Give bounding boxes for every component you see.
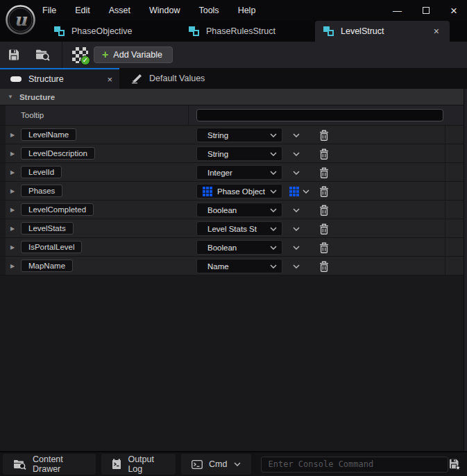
menu-file[interactable]: File <box>40 4 58 17</box>
delete-variable-button[interactable] <box>319 257 329 275</box>
trash-icon <box>319 242 329 253</box>
variable-type-dropdown[interactable]: Integer <box>196 165 282 180</box>
chevron-down-icon <box>293 246 300 250</box>
expander-arrow-icon[interactable]: ▶ <box>10 151 17 157</box>
content-drawer-button[interactable]: Content Drawer <box>3 454 96 475</box>
variable-name-field[interactable]: LevelStats <box>21 222 74 235</box>
delete-variable-button[interactable] <box>319 144 329 163</box>
menu-edit[interactable]: Edit <box>73 4 92 17</box>
chevron-down-icon <box>270 152 277 156</box>
add-variable-button[interactable]: + Add Variable <box>94 46 173 63</box>
container-type-dropdown[interactable] <box>289 144 300 163</box>
tab-phaserulesstruct[interactable]: PhaseRulesStruct <box>180 21 315 42</box>
menu-bar: FileEditAssetWindowToolsHelp <box>40 4 257 17</box>
variable-row-levelid: ▶ LevelId Integer <box>0 163 467 182</box>
variable-name-field[interactable]: Phases <box>21 185 62 197</box>
variable-type-dropdown[interactable]: String <box>196 146 282 161</box>
delete-variable-button[interactable] <box>319 238 329 257</box>
chevron-down-icon <box>270 189 277 194</box>
maximize-button[interactable] <box>423 7 430 14</box>
container-type-dropdown[interactable] <box>289 257 300 275</box>
expander-arrow-icon[interactable]: ▶ <box>10 132 17 138</box>
expander-arrow-icon[interactable]: ▶ <box>10 188 17 194</box>
empty-area <box>0 275 467 451</box>
variable-type-dropdown[interactable]: String <box>196 128 282 142</box>
svg-text:u: u <box>14 10 27 30</box>
chevron-down-icon <box>293 227 300 231</box>
tooltip-row: Tooltip <box>0 105 467 126</box>
tab-phaseobjective[interactable]: PhaseObjective <box>46 21 180 42</box>
tab-default-values[interactable]: Default Values <box>119 68 216 89</box>
variable-name-field[interactable]: LevelId <box>21 166 62 178</box>
asset-tab-bar: PhaseObjective PhaseRulesStruct LevelStr… <box>0 21 467 42</box>
chevron-down-icon <box>293 208 300 212</box>
delete-variable-button[interactable] <box>319 219 329 238</box>
variable-type-dropdown[interactable]: Level Stats St <box>196 221 282 236</box>
struct-asset-icon <box>323 26 334 37</box>
variable-name-field[interactable]: LevelDescription <box>21 147 95 160</box>
tooltip-input[interactable] <box>196 109 443 121</box>
variable-type-dropdown[interactable]: Boolean <box>196 240 282 255</box>
delete-variable-button[interactable] <box>319 126 329 144</box>
container-type-dropdown[interactable] <box>289 126 300 144</box>
menu-tools[interactable]: Tools <box>196 4 221 17</box>
chevron-down-icon <box>270 264 277 269</box>
trash-icon <box>319 148 329 160</box>
toolbar: ✓ + Add Variable <box>0 42 467 68</box>
delete-variable-button[interactable] <box>319 182 329 201</box>
delete-variable-button[interactable] <box>319 163 329 182</box>
title-bar: u FileEditAssetWindowToolsHelp — × <box>0 0 467 21</box>
close-tab-button[interactable]: × <box>432 26 441 37</box>
plus-icon: + <box>102 49 108 60</box>
unreal-engine-logo-icon[interactable]: u <box>5 4 36 35</box>
minimize-button[interactable]: — <box>393 6 402 16</box>
expander-arrow-icon[interactable]: ▶ <box>10 263 17 269</box>
variable-name-field[interactable]: MapName <box>21 260 73 272</box>
chevron-down-icon <box>270 227 277 231</box>
chevron-down-icon <box>293 152 300 156</box>
menu-window[interactable]: Window <box>147 4 182 17</box>
pin-type-icon <box>203 187 212 196</box>
tab-structure[interactable]: Structure × <box>0 68 119 89</box>
expander-arrow-icon[interactable]: ▶ <box>10 226 17 232</box>
container-type-dropdown[interactable] <box>289 219 300 238</box>
status-bar: Content Drawer Output Log Cmd <box>0 451 467 476</box>
chevron-down-icon <box>270 171 277 175</box>
variable-name-field[interactable]: LevelCompleted <box>21 203 94 216</box>
expander-arrow-icon[interactable]: ▶ <box>10 244 17 250</box>
variable-list: ▶ LevelName String ▶ <box>0 126 467 275</box>
variable-name-field[interactable]: LevelName <box>21 128 76 141</box>
menu-asset[interactable]: Asset <box>107 4 133 17</box>
window-controls: — × <box>393 0 457 21</box>
expander-arrow-icon[interactable]: ▶ <box>10 169 17 176</box>
container-type-dropdown[interactable] <box>289 201 300 219</box>
chevron-down-icon <box>270 208 277 212</box>
close-structure-tab-button[interactable]: × <box>107 74 112 85</box>
toolbar-separator <box>62 42 62 68</box>
variable-type-dropdown[interactable]: Name <box>196 259 282 273</box>
variable-row-levelname: ▶ LevelName String <box>0 126 467 144</box>
unsaved-assets-button[interactable] <box>448 458 461 470</box>
chevron-down-icon <box>270 246 277 250</box>
tab-levelstruct[interactable]: LevelStruct × <box>315 21 450 42</box>
output-log-button[interactable]: Output Log <box>101 454 176 475</box>
expander-arrow-icon[interactable]: ▶ <box>10 207 17 213</box>
category-header-structure[interactable]: ▼ Structure <box>0 89 467 105</box>
container-type-dropdown[interactable] <box>289 163 300 182</box>
chevron-down-icon <box>303 189 309 194</box>
browse-to-asset-button[interactable] <box>35 49 50 61</box>
container-type-dropdown[interactable] <box>289 182 309 201</box>
save-button[interactable] <box>8 49 20 61</box>
cmd-dropdown[interactable]: Cmd <box>181 454 251 475</box>
console-command-input[interactable] <box>261 457 449 473</box>
menu-help[interactable]: Help <box>236 4 258 17</box>
container-type-dropdown[interactable] <box>289 238 300 257</box>
close-button[interactable]: × <box>450 5 457 17</box>
delete-variable-button[interactable] <box>319 201 329 219</box>
chevron-down-icon <box>293 264 300 269</box>
variable-type-dropdown[interactable]: Boolean <box>196 203 282 217</box>
variable-type-dropdown[interactable]: Phase Objecti <box>196 184 282 198</box>
scrollbar-track[interactable] <box>464 89 467 451</box>
variable-name-field[interactable]: IsPortalLevel <box>21 241 82 253</box>
trash-icon <box>319 186 329 197</box>
